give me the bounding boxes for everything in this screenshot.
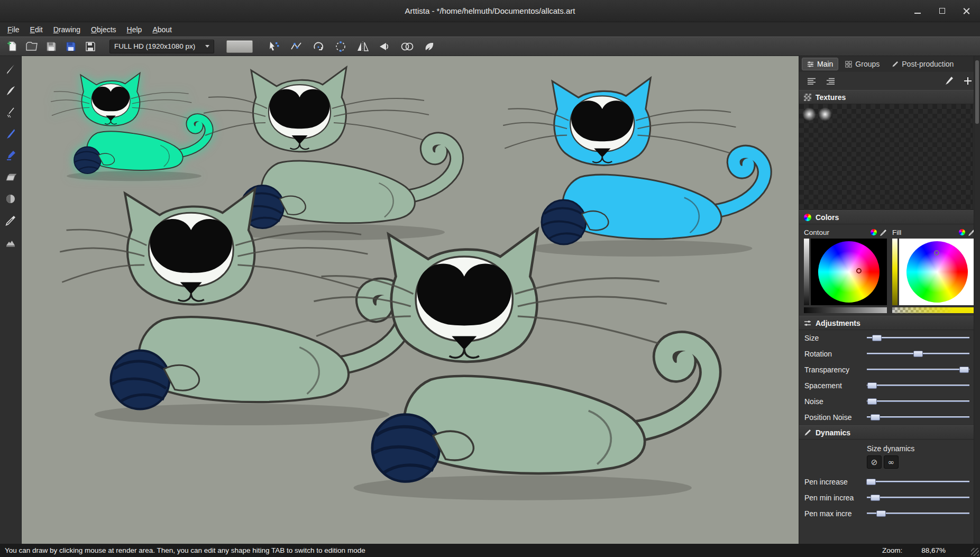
slider-handle[interactable] <box>867 382 877 389</box>
fill-gradient-bar[interactable] <box>892 307 975 313</box>
resolution-value: FULL HD (1920x1080 px) <box>114 42 195 50</box>
slider-handle[interactable] <box>872 335 882 341</box>
tab-main[interactable]: Main <box>802 58 838 70</box>
contour-wheel-icon[interactable] <box>871 229 877 235</box>
fill-wheel-box[interactable] <box>899 239 975 305</box>
marker-tool-button[interactable] <box>2 147 20 164</box>
dynamics-off-toggle[interactable]: ⊘ <box>867 455 882 469</box>
boolean-union-button[interactable] <box>399 39 415 54</box>
save-as-button[interactable] <box>63 39 79 54</box>
tab-post-production[interactable]: Post-production <box>886 58 959 70</box>
export-button[interactable] <box>83 39 98 54</box>
menubar: File Edit Drawing Objects Help About <box>0 22 980 36</box>
slider-handle[interactable] <box>876 510 886 517</box>
pen-increase-row: Pen increase <box>799 474 980 490</box>
cut-path-button[interactable] <box>288 39 304 54</box>
canvas[interactable] <box>22 56 799 544</box>
ink-pen-tool-button[interactable] <box>2 82 20 99</box>
colors-icon <box>804 214 811 221</box>
size-slider[interactable] <box>867 333 969 343</box>
maximize-button[interactable] <box>938 7 946 15</box>
size-dynamics-toggles: ⊘ ∞ <box>867 455 980 469</box>
position-noise-slider[interactable] <box>867 413 969 422</box>
mirror-button[interactable] <box>355 39 371 54</box>
freehand-shape-button[interactable] <box>422 39 437 54</box>
spacement-slider[interactable] <box>867 381 969 390</box>
edit-brush-button[interactable] <box>941 74 956 88</box>
megaphone-icon <box>379 41 391 52</box>
close-button[interactable] <box>962 7 970 15</box>
rotate-button[interactable] <box>310 39 326 54</box>
contour-eyedropper-icon[interactable] <box>880 229 887 236</box>
list-view-button[interactable] <box>804 74 819 88</box>
detail-list-view-button[interactable] <box>823 74 838 88</box>
save-as-floppy-icon <box>66 41 76 52</box>
pen-min-increase-slider[interactable] <box>867 493 969 503</box>
slider-handle[interactable] <box>913 351 923 357</box>
adjustments-header[interactable]: Adjustments <box>799 316 980 330</box>
slider-track <box>867 369 969 370</box>
shading-disc-tool-button[interactable] <box>2 190 20 207</box>
contour-gradient-bar[interactable] <box>804 307 887 313</box>
colors-title: Colors <box>816 213 839 222</box>
green-cat[interactable] <box>51 73 209 181</box>
panel-scroll-thumb[interactable] <box>975 60 979 124</box>
slider-handle[interactable] <box>866 479 876 485</box>
resize-grip-icon[interactable] <box>971 548 979 556</box>
pencil-edit-icon <box>944 76 954 86</box>
slider-handle[interactable] <box>871 414 880 421</box>
contour-value-strip[interactable] <box>804 239 809 305</box>
open-file-button[interactable] <box>24 39 40 54</box>
noise-row: Noise <box>799 394 980 409</box>
rotation-row: Rotation <box>799 346 980 362</box>
texture-list[interactable] <box>799 104 980 210</box>
pen-increase-slider[interactable] <box>867 477 969 487</box>
megaphone-button[interactable] <box>377 39 393 54</box>
stamp-tool-button[interactable] <box>2 234 20 251</box>
menu-edit[interactable]: Edit <box>25 24 48 35</box>
eraser-pad-tool-button[interactable] <box>2 169 20 186</box>
menu-file[interactable]: File <box>2 24 25 35</box>
slider-handle[interactable] <box>959 367 969 373</box>
pen-min-increase-row: Pen min increa <box>799 490 980 506</box>
colors-header[interactable]: Colors <box>799 210 980 224</box>
save-button[interactable] <box>43 39 59 54</box>
noise-slider[interactable] <box>867 397 969 406</box>
minimize-button[interactable] <box>913 7 922 15</box>
ellipse-select-icon <box>335 41 346 52</box>
cyan-cat[interactable] <box>503 78 765 257</box>
texture-thumb-2[interactable] <box>818 107 832 121</box>
contour-wheel-selector[interactable] <box>856 268 862 273</box>
contour-color-wheel[interactable] <box>818 241 880 303</box>
dynamics-header[interactable]: Dynamics <box>799 425 980 440</box>
menu-help[interactable]: Help <box>122 24 148 35</box>
menu-objects[interactable]: Objects <box>86 24 121 35</box>
panel-scrollbar[interactable] <box>974 56 980 544</box>
color-picker-tool-button[interactable] <box>2 212 20 229</box>
rotation-slider[interactable] <box>867 349 969 359</box>
ellipse-select-button[interactable] <box>333 39 349 54</box>
add-button[interactable] <box>960 74 975 88</box>
resolution-select[interactable]: FULL HD (1920x1080 px) <box>109 40 214 53</box>
texture-thumb-1[interactable] <box>802 107 816 121</box>
node-select-button[interactable] <box>266 39 282 54</box>
fill-wheel-selector[interactable] <box>934 250 939 255</box>
drawing-surface[interactable] <box>22 56 799 544</box>
new-document-button[interactable] <box>4 39 20 54</box>
contour-wheel-box[interactable] <box>811 239 887 305</box>
fill-wheel-icon[interactable] <box>959 229 965 235</box>
menu-about[interactable]: About <box>147 24 177 35</box>
dynamics-infinite-toggle[interactable]: ∞ <box>884 455 899 469</box>
tab-groups[interactable]: Groups <box>840 58 885 70</box>
pencil-tool-button[interactable] <box>2 60 20 77</box>
airbrush-tool-button[interactable] <box>2 104 20 121</box>
slider-handle[interactable] <box>871 495 880 501</box>
slider-handle[interactable] <box>867 398 877 405</box>
pen-max-increase-slider[interactable] <box>867 509 969 518</box>
menu-drawing[interactable]: Drawing <box>48 24 86 35</box>
calligraphy-pen-tool-button[interactable] <box>2 125 20 142</box>
brush-preview-swatch[interactable] <box>226 40 253 53</box>
transparency-slider[interactable] <box>867 365 969 375</box>
fill-value-strip[interactable] <box>892 239 897 305</box>
textures-header[interactable]: Textures <box>799 90 980 104</box>
